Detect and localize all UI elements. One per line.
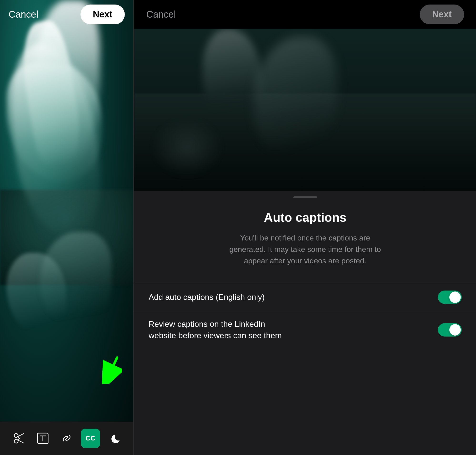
caption-option-1-row: Add auto captions (English only) <box>134 283 476 311</box>
caption-option-1-toggle[interactable] <box>438 291 462 304</box>
right-wave-detail-2 <box>151 118 223 177</box>
sheet-drag-handle <box>293 196 317 198</box>
left-toolbar: CC <box>0 422 133 455</box>
cc-icon: CC <box>83 433 98 444</box>
toggle-thumb-1 <box>449 292 461 303</box>
left-panel: Cancel Next <box>0 0 133 455</box>
svg-line-6 <box>18 437 20 438</box>
caption-option-2-row: Review captions on the LinkedIn website … <box>134 311 476 348</box>
text-overlay-tool[interactable] <box>33 429 52 448</box>
sheet-subtitle: You'll be notified once the captions are… <box>224 232 386 267</box>
caption-option-2-label: Review captions on the LinkedIn website … <box>149 318 287 341</box>
right-panel: Cancel Next Auto captions You'll be noti… <box>134 0 476 455</box>
right-video-area <box>134 29 476 191</box>
right-cancel-button[interactable]: Cancel <box>146 7 176 22</box>
caption-option-1-label: Add auto captions (English only) <box>149 292 265 303</box>
captions-tool[interactable]: CC <box>81 429 100 448</box>
left-next-button[interactable]: Next <box>80 5 125 24</box>
sheet-title: Auto captions <box>264 210 347 225</box>
right-header: Cancel Next <box>134 0 476 29</box>
filter-tool[interactable] <box>105 429 124 448</box>
text-overlay-icon <box>37 432 49 445</box>
svg-line-4 <box>18 434 24 437</box>
svg-line-7 <box>18 438 20 440</box>
link-icon <box>61 432 73 445</box>
bottom-sheet: Auto captions You'll be notified once th… <box>134 191 476 455</box>
svg-line-5 <box>18 440 24 443</box>
left-header: Cancel Next <box>0 0 133 29</box>
scissors-tool[interactable] <box>9 429 29 448</box>
filter-icon <box>108 432 120 445</box>
caption-option-2-toggle[interactable] <box>438 323 462 337</box>
scissors-icon <box>13 432 25 445</box>
svg-line-1 <box>108 358 117 378</box>
left-cancel-button[interactable]: Cancel <box>8 7 38 22</box>
right-next-button[interactable]: Next <box>420 5 464 24</box>
toggle-thumb-2 <box>449 324 461 336</box>
link-tool[interactable] <box>57 429 76 448</box>
green-arrow-indicator <box>101 355 122 385</box>
left-video-area <box>0 0 133 422</box>
ocean-background-right <box>134 29 476 191</box>
cc-label: CC <box>83 433 98 444</box>
